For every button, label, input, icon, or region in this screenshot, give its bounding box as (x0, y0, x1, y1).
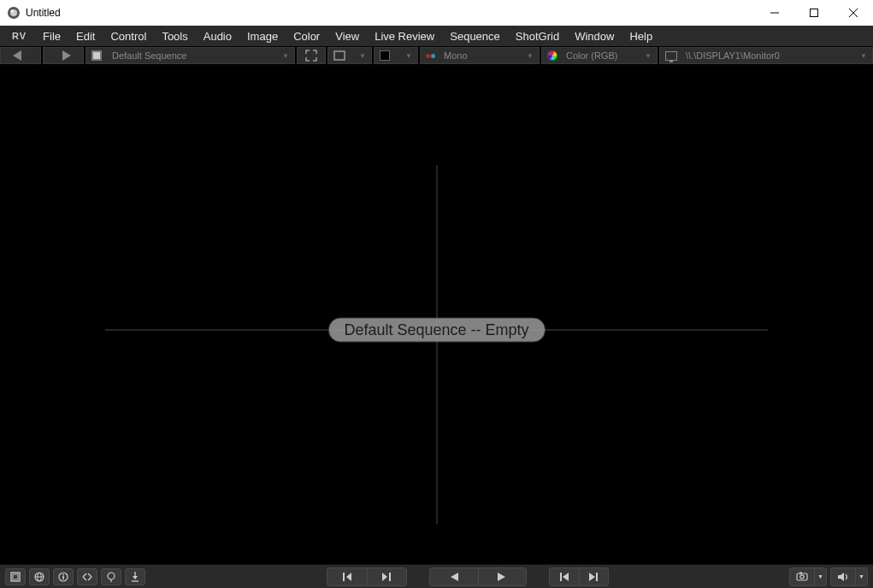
crosshair-vertical (436, 165, 437, 524)
window-minimize-button[interactable] (755, 0, 794, 26)
out-point-button[interactable] (125, 568, 145, 585)
svg-point-32 (800, 575, 804, 579)
skip-controls (549, 567, 609, 586)
right-tools: ▼ (789, 567, 827, 586)
loop-button[interactable] (77, 568, 97, 585)
skip-end-button[interactable] (579, 568, 608, 585)
svg-marker-20 (133, 576, 138, 579)
menu-image[interactable]: Image (239, 27, 286, 45)
color-label: Color (RGB) (566, 50, 618, 61)
svg-marker-7 (13, 50, 21, 61)
frame-icon (333, 50, 345, 61)
black-swatch-icon (380, 50, 390, 61)
chevron-down-icon: ▼ (860, 52, 867, 60)
menu-sequence[interactable]: Sequence (442, 27, 508, 45)
svg-marker-26 (498, 573, 505, 581)
snapshot-button[interactable] (790, 568, 814, 585)
app-logo: RV (3, 31, 35, 41)
svg-rect-27 (560, 573, 562, 581)
menu-help[interactable]: Help (622, 27, 660, 45)
svg-marker-21 (346, 573, 351, 581)
menu-color[interactable]: Color (286, 27, 327, 45)
nav-back-button[interactable] (0, 47, 41, 64)
viewport-overlay-label: Default Sequence -- Empty (327, 317, 545, 342)
display-output-selector[interactable]: \\.\DISPLAY1\Monitor0 ▼ (659, 47, 873, 64)
svg-marker-25 (451, 573, 458, 581)
menu-audio[interactable]: Audio (196, 27, 239, 45)
volume-menu-button[interactable]: ▼ (855, 568, 867, 585)
titlebar: Untitled (0, 0, 873, 26)
menu-tools[interactable]: Tools (154, 27, 195, 45)
sequence-icon (91, 50, 102, 61)
stereo-icon (426, 54, 435, 58)
svg-rect-15 (62, 576, 64, 579)
svg-rect-24 (389, 573, 391, 581)
step-controls (327, 567, 407, 586)
svg-marker-28 (563, 573, 569, 581)
step-forward-button[interactable] (367, 568, 406, 585)
menu-control[interactable]: Control (103, 27, 154, 45)
chevron-down-icon: ▼ (282, 52, 289, 60)
svg-marker-34 (838, 573, 844, 581)
app-icon (7, 6, 21, 20)
stereo-label: Mono (444, 50, 468, 61)
menu-window[interactable]: Window (567, 27, 622, 45)
svg-rect-9 (334, 51, 345, 60)
svg-rect-4 (811, 9, 818, 17)
fullscreen-button[interactable] (5, 568, 26, 585)
display-label: \\.\DISPLAY1\Monitor0 (686, 50, 780, 61)
stereo-mode-selector[interactable]: Mono ▼ (420, 47, 540, 64)
window-close-button[interactable] (834, 0, 873, 26)
chevron-down-icon: ▼ (645, 52, 652, 60)
menubar: RV File Edit Control Tools Audio Image C… (0, 26, 873, 46)
color-wheel-icon (547, 50, 557, 61)
monitor-icon (665, 51, 677, 61)
svg-point-16 (108, 573, 115, 579)
play-reverse-button[interactable] (430, 568, 478, 585)
svg-rect-33 (799, 573, 802, 574)
in-point-button[interactable] (101, 568, 121, 585)
svg-marker-8 (62, 50, 71, 61)
chevron-down-icon: ▼ (858, 573, 864, 579)
play-controls (429, 567, 527, 586)
svg-rect-11 (13, 574, 18, 579)
chevron-down-icon: ▼ (527, 52, 534, 60)
svg-point-14 (62, 573, 64, 575)
nav-forward-button[interactable] (43, 47, 84, 64)
volume-group: ▼ (830, 567, 868, 586)
chevron-down-icon: ▼ (405, 52, 412, 60)
window-maximize-button[interactable] (794, 0, 834, 26)
menu-live-review[interactable]: Live Review (367, 27, 442, 45)
svg-marker-30 (589, 573, 595, 581)
svg-point-2 (11, 10, 14, 13)
info-button[interactable] (53, 568, 74, 585)
toolbar: Default Sequence ▼ ▼ ▼ Mono ▼ Color (RGB… (0, 46, 873, 65)
svg-marker-23 (382, 573, 387, 581)
window-title: Untitled (26, 7, 61, 19)
snapshot-menu-button[interactable]: ▼ (814, 568, 826, 585)
color-mode-selector[interactable]: Color (RGB) ▼ (541, 47, 658, 64)
chevron-down-icon: ▼ (817, 573, 823, 579)
sequence-label: Default Sequence (112, 50, 186, 61)
menu-edit[interactable]: Edit (68, 27, 103, 45)
menu-shotgrid[interactable]: ShotGrid (508, 27, 567, 45)
network-button[interactable] (29, 568, 50, 585)
viewport[interactable]: Default Sequence -- Empty (0, 65, 873, 564)
chevron-down-icon: ▼ (359, 52, 366, 60)
bottombar: ▼ ▼ (0, 564, 873, 588)
svg-rect-22 (343, 573, 345, 581)
sequence-selector[interactable]: Default Sequence ▼ (86, 47, 295, 64)
volume-button[interactable] (831, 568, 855, 585)
step-back-button[interactable] (327, 568, 367, 585)
svg-rect-29 (596, 573, 598, 581)
menu-view[interactable]: View (327, 27, 367, 45)
skip-start-button[interactable] (550, 568, 579, 585)
play-forward-button[interactable] (478, 568, 526, 585)
frame-mode-selector[interactable]: ▼ (327, 47, 372, 64)
fit-tool-button[interactable] (297, 47, 326, 64)
bg-color-selector[interactable]: ▼ (374, 47, 418, 64)
menu-file[interactable]: File (35, 27, 68, 45)
